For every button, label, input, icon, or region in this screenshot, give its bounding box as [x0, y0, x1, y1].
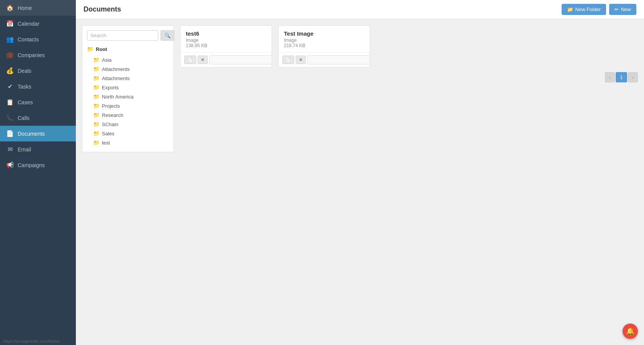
docs-row: test6 Image 138.95 KB 📄 ✕ 👁 ⬇ Test Image…	[180, 25, 638, 67]
sidebar-item-deals[interactable]: 💰Deals	[0, 63, 76, 79]
search-input[interactable]	[87, 30, 158, 41]
bell-icon: 🔔	[626, 327, 634, 335]
folder-icon: 📁	[93, 75, 100, 81]
folder-icon: 📁	[93, 121, 100, 127]
doc-card: Test Image Image 218.74 KB 📄 ✕ 👁 ⬇	[278, 25, 370, 67]
root-label: Root	[96, 46, 107, 52]
tree-item-label: Asia	[102, 57, 111, 63]
folder-icon: 📁	[93, 103, 100, 109]
folder-icon: 📁	[93, 130, 100, 136]
doc-card: test6 Image 138.95 KB 📄 ✕ 👁 ⬇	[180, 25, 272, 67]
sidebar-item-calls[interactable]: 📞Calls	[0, 110, 76, 126]
tree-item[interactable]: 📁SChain	[87, 120, 169, 129]
documents-icon: 📄	[6, 130, 14, 137]
sidebar-item-email[interactable]: ✉Email	[0, 141, 76, 157]
tree-item-label: test	[102, 140, 110, 146]
header-buttons: 📁 New Folder ✏ New	[562, 4, 636, 15]
sidebar-item-cases[interactable]: 📋Cases	[0, 94, 76, 110]
tree-item-label: North America	[102, 94, 133, 100]
sidebar-label-contacts: Contacts	[18, 36, 39, 43]
tree-root[interactable]: 📁 Root	[87, 45, 169, 53]
next-page-button[interactable]: ›	[628, 72, 638, 82]
cases-icon: 📋	[6, 99, 14, 106]
tasks-icon: ✔	[6, 83, 14, 90]
doc-name-input[interactable]	[307, 55, 370, 64]
search-button[interactable]: 🔍	[161, 30, 174, 41]
folder-icon: 📁	[93, 112, 100, 118]
sidebar-label-deals: Deals	[18, 68, 31, 74]
search-icon: 🔍	[164, 33, 170, 38]
calls-icon: 📞	[6, 114, 14, 122]
tree-item[interactable]: 📁Exports	[87, 83, 169, 92]
sidebar-item-tasks[interactable]: ✔Tasks	[0, 79, 76, 94]
sidebar-item-documents[interactable]: 📄Documents	[0, 126, 76, 141]
doc-title: Test Image	[284, 30, 364, 37]
doc-name-input[interactable]	[209, 55, 272, 64]
sidebar-item-calendar[interactable]: 📅Calendar	[0, 16, 76, 31]
doc-title: test6	[186, 30, 266, 37]
folder-icon: 📁	[93, 94, 100, 100]
tree-item-label: Sales	[102, 131, 115, 136]
tree-item[interactable]: 📁Attachments	[87, 64, 169, 74]
search-row: 🔍	[87, 30, 169, 41]
notification-button[interactable]: 🔔	[623, 324, 638, 339]
current-page-button[interactable]: 1	[616, 72, 627, 82]
new-folder-icon: 📁	[567, 7, 573, 12]
docs-grid: test6 Image 138.95 KB 📄 ✕ 👁 ⬇ Test Image…	[180, 25, 638, 82]
doc-delete-button[interactable]: ✕	[296, 56, 306, 64]
new-folder-button[interactable]: 📁 New Folder	[562, 4, 606, 15]
home-icon: 🏠	[6, 4, 14, 12]
copy-icon: 📄	[187, 57, 193, 62]
status-url: https://ui.cogmento.com/home	[3, 339, 59, 343]
sidebar-item-companies[interactable]: 💼Companies	[0, 47, 76, 63]
new-button[interactable]: ✏ New	[609, 4, 636, 15]
sidebar-label-home: Home	[18, 5, 32, 11]
file-tree-panel: 🔍 📁 Root 📁Asia📁Attachments📁Attachments📁E…	[82, 25, 174, 152]
doc-card-actions: 📄 ✕ 👁 ⬇	[180, 52, 272, 67]
sidebar-label-tasks: Tasks	[18, 84, 31, 90]
doc-type: Image	[186, 38, 266, 43]
tree-items: 📁Asia📁Attachments📁Attachments📁Exports📁No…	[87, 55, 169, 147]
tree-item[interactable]: 📁North America	[87, 92, 169, 101]
page-title: Documents	[84, 5, 121, 13]
sidebar-label-companies: Companies	[18, 52, 45, 58]
tree-item-label: Exports	[102, 85, 119, 90]
contacts-icon: 👥	[6, 36, 14, 43]
doc-type: Image	[284, 38, 364, 43]
doc-card-header: test6 Image 138.95 KB	[180, 26, 272, 52]
folder-icon: 📁	[93, 84, 100, 90]
campaigns-icon: 📢	[6, 161, 14, 169]
folder-icon: 📁	[93, 66, 100, 72]
prev-page-button[interactable]: ‹	[605, 72, 615, 82]
content-area: 🔍 📁 Root 📁Asia📁Attachments📁Attachments📁E…	[76, 19, 644, 345]
doc-size: 218.74 KB	[284, 43, 364, 48]
doc-copy-button[interactable]: 📄	[282, 56, 294, 64]
doc-card-header: Test Image Image 218.74 KB	[279, 26, 370, 52]
doc-delete-button[interactable]: ✕	[198, 56, 208, 64]
doc-size: 138.95 KB	[186, 43, 266, 48]
tree-item[interactable]: 📁test	[87, 138, 169, 147]
calendar-icon: 📅	[6, 20, 14, 27]
sidebar-label-email: Email	[18, 146, 31, 153]
tree-item[interactable]: 📁Projects	[87, 101, 169, 110]
statusbar: https://ui.cogmento.com/home	[0, 337, 62, 345]
sidebar-item-contacts[interactable]: 👥Contacts	[0, 31, 76, 47]
new-icon: ✏	[615, 7, 619, 12]
sidebar-item-home[interactable]: 🏠Home	[0, 0, 76, 16]
sidebar-label-calendar: Calendar	[18, 21, 39, 27]
tree-item-label: SChain	[102, 122, 118, 127]
tree-item[interactable]: 📁Research	[87, 110, 169, 120]
tree-item-label: Projects	[102, 103, 120, 109]
doc-card-actions: 📄 ✕ 👁 ⬇	[279, 52, 370, 67]
doc-copy-button[interactable]: 📄	[184, 56, 196, 64]
tree-item[interactable]: 📁Sales	[87, 129, 169, 138]
sidebar-label-campaigns: Campaigns	[18, 162, 45, 168]
sidebar-label-cases: Cases	[18, 99, 33, 105]
sidebar-label-documents: Documents	[18, 131, 45, 137]
folder-icon: 📁	[93, 140, 100, 146]
sidebar-item-campaigns[interactable]: 📢Campaigns	[0, 157, 76, 173]
delete-icon: ✕	[201, 57, 205, 62]
header: Documents 📁 New Folder ✏ New	[76, 0, 644, 19]
tree-item[interactable]: 📁Attachments	[87, 74, 169, 83]
tree-item[interactable]: 📁Asia	[87, 55, 169, 64]
